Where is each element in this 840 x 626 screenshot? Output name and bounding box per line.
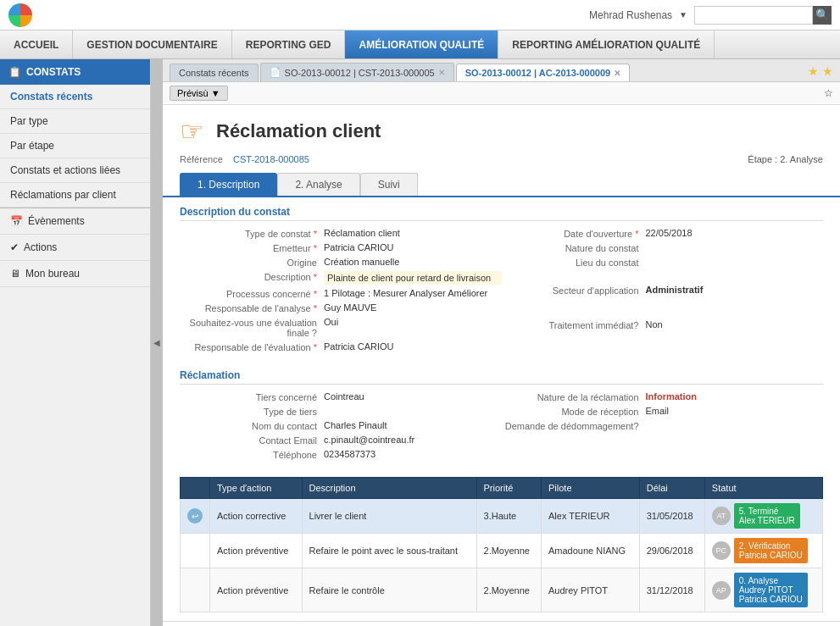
username[interactable]: Mehrad Rushenas	[589, 9, 672, 21]
record-meta: Référence CST-2018-000085 Étape : 2. Ana…	[163, 152, 840, 173]
user-dropdown-icon[interactable]: ▼	[679, 10, 687, 19]
sidebar-item-mon-bureau[interactable]: 🖥 Mon bureau	[0, 261, 150, 287]
value-nature-reclamation: Information	[646, 391, 824, 402]
field-telephone: Téléphone 0234587373	[180, 449, 502, 460]
reference-value: CST-2018-000085	[233, 154, 309, 164]
col-pilote: Pilote	[541, 478, 639, 499]
description-left-col: Type de constat Réclamation client Emett…	[180, 228, 502, 356]
field-date-ouverture: Date d'ouverture 22/05/2018	[502, 228, 824, 239]
label-emetteur: Emetteur	[180, 242, 324, 253]
label-evaluation: Souhaitez-vous une évaluation finale ?	[180, 317, 324, 338]
tab-label-0: Constats récents	[179, 68, 249, 78]
sidebar-collapse[interactable]: ◀	[151, 59, 163, 626]
field-nom-contact: Nom du contact Charles Pinault	[180, 420, 502, 431]
row-icon-cell-2	[181, 534, 210, 568]
label-mode-reception: Mode de réception	[502, 406, 646, 417]
section-tab-suivi[interactable]: Suivi	[360, 173, 418, 196]
field-tiers: Tiers concerné Cointreau	[180, 391, 502, 402]
field-nature-reclamation: Nature de la réclamation Information	[502, 391, 824, 402]
section-tab-description[interactable]: 1. Description	[180, 173, 277, 196]
table-row[interactable]: Action préventive Refaire le contrôle 2.…	[181, 568, 823, 612]
search-button[interactable]: 🔍	[813, 6, 832, 25]
star-icon-2[interactable]: ★	[822, 64, 833, 78]
cell-delai-3: 31/12/2018	[639, 568, 704, 612]
nav-accueil[interactable]: ACCUEIL	[0, 30, 73, 58]
label-origine: Origine	[180, 257, 324, 268]
field-evaluation-finale: Souhaitez-vous une évaluation finale ? O…	[180, 317, 502, 338]
main-content: Constats récents 📄 SO-2013-00012 | CST-2…	[163, 59, 840, 626]
reference-label: Référence	[180, 154, 223, 164]
reclamation-label: Réclamation	[180, 369, 823, 385]
tab-icon-0: 📄	[270, 67, 281, 78]
value-tiers: Cointreau	[324, 391, 502, 402]
description-section-label: Description du constat	[180, 206, 823, 221]
label-date-ouverture: Date d'ouverture	[502, 228, 646, 239]
nav-gestion-documentaire[interactable]: GESTION DOCUMENTAIRE	[73, 30, 231, 58]
favorite-icon[interactable]: ☆	[824, 87, 833, 99]
col-select	[181, 478, 210, 499]
sidebar-item-constats-actions[interactable]: Constats et actions liées	[0, 158, 150, 183]
tab-label-2: SO-2013-00012 | AC-2013-000009	[465, 68, 610, 78]
evenements-label: Évènements	[28, 215, 85, 227]
reclamation-right-col: Nature de la réclamation Information Mod…	[502, 391, 824, 463]
label-traitement: Traitement immédiat?	[502, 319, 646, 330]
sidebar-header: 📋 CONSTATS	[0, 59, 150, 85]
value-responsable-eval: Patricia CARIOU	[324, 341, 502, 352]
tab-close-2[interactable]: ✕	[614, 69, 620, 78]
search-input[interactable]	[694, 6, 813, 25]
cell-type-3: Action préventive	[210, 568, 303, 612]
sidebar-item-par-etape[interactable]: Par étape	[0, 134, 150, 158]
tab-constats-recents[interactable]: Constats récents	[170, 64, 259, 81]
cell-pilote-3: Audrey PITOT	[541, 568, 639, 612]
tab-so-2013-ac[interactable]: SO-2013-00012 | AC-2013-000009 ✕	[456, 64, 630, 81]
label-responsable-analyse: Responsable de l'analyse	[180, 302, 324, 313]
label-nature-reclamation: Nature de la réclamation	[502, 391, 646, 402]
section-tab-analyse[interactable]: 2. Analyse	[277, 173, 359, 196]
constats-icon: 📋	[8, 66, 21, 78]
top-bar: Mehrad Rushenas ▼ 🔍	[0, 0, 840, 30]
star-icon-1[interactable]: ★	[808, 64, 819, 78]
label-telephone: Téléphone	[180, 449, 324, 460]
field-lieu-constat: Lieu du constat	[502, 257, 824, 268]
reference-area: Référence CST-2018-000085	[180, 154, 309, 164]
nav-reporting-amelioration[interactable]: REPORTING AMÉLIORATION QUALITÉ	[498, 30, 715, 58]
nav-amelioration-qualite[interactable]: AMÉLIORATION QUALITÉ	[345, 30, 498, 58]
sidebar-item-par-type[interactable]: Par type	[0, 109, 150, 134]
tab-so-2013-cst[interactable]: 📄 SO-2013-00012 | CST-2013-000005 ✕	[260, 63, 454, 81]
cell-pilote-1: Alex TERIEUR	[541, 499, 639, 534]
app-logo	[8, 3, 32, 27]
preview-dropdown-icon: ▼	[211, 88, 220, 98]
row-icon-cell-3	[181, 568, 210, 612]
value-description: Plainte de client pour retard de livrais…	[324, 271, 502, 285]
layout: 📋 CONSTATS Constats récents Par type Par…	[0, 59, 840, 626]
cell-prio-2: 2.Moyenne	[476, 534, 541, 568]
tab-close-1[interactable]: ✕	[438, 68, 445, 77]
value-telephone: 0234587373	[324, 449, 502, 459]
value-nom-contact: Charles Pinault	[324, 420, 502, 430]
label-description: Description	[180, 271, 324, 282]
preview-button[interactable]: Prévisù ▼	[170, 86, 228, 101]
label-dedommagement: Demande de dédommagement?	[502, 420, 646, 431]
col-statut: Statut	[704, 478, 822, 499]
table-row[interactable]: ↩ Action corrective Livrer le client 3.H…	[181, 499, 823, 534]
cell-desc-3: Refaire le contrôle	[302, 568, 476, 612]
row-select-icon[interactable]: ↩	[187, 508, 203, 524]
avatar-3: AP	[712, 581, 731, 600]
cell-pilote-2: Amadoune NIANG	[541, 534, 639, 568]
tabs-row: Constats récents 📄 SO-2013-00012 | CST-2…	[163, 59, 840, 82]
table-row[interactable]: Action préventive Refaire le point avec …	[181, 534, 823, 568]
cell-statut-3: AP 0. AnalyseAudrey PITOTPatricia CARIOU	[704, 568, 822, 612]
cell-delai-2: 29/06/2018	[639, 534, 704, 568]
sidebar-item-evenements[interactable]: 📅 Évènements	[0, 208, 150, 235]
description-right-col: Date d'ouverture 22/05/2018 Nature du co…	[502, 228, 824, 356]
cell-statut-2: PC 2. VérificationPatricia CARIOU	[704, 534, 822, 568]
cell-prio-1: 3.Haute	[476, 499, 541, 534]
sidebar-item-constats-recents[interactable]: Constats récents	[0, 85, 150, 109]
value-date-ouverture: 22/05/2018	[646, 228, 824, 238]
record-header: ☞ Réclamation client	[163, 105, 840, 152]
sidebar-item-reclamations-client[interactable]: Réclamations par client	[0, 183, 150, 208]
cell-type-1: Action corrective	[210, 499, 303, 534]
sidebar-item-actions[interactable]: ✔ Actions	[0, 235, 150, 261]
nav-reporting-ged[interactable]: REPORTING GED	[232, 30, 346, 58]
desk-icon: 🖥	[10, 268, 20, 280]
